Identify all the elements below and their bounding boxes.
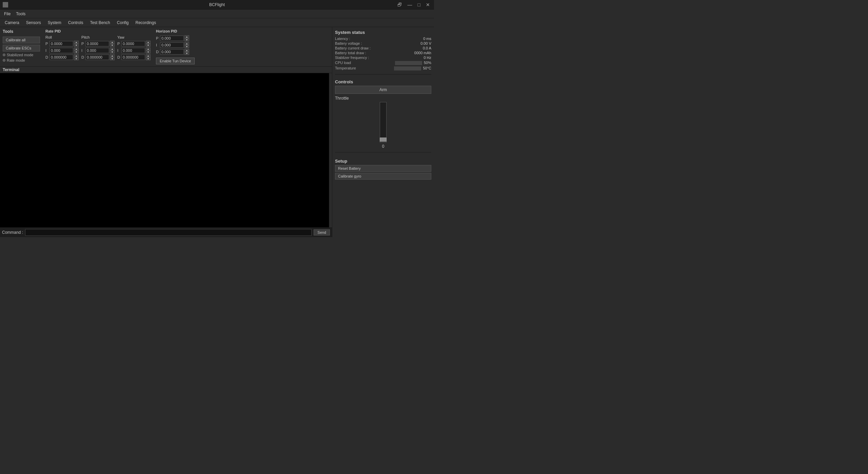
pitch-d-input[interactable] — [85, 55, 109, 60]
command-input[interactable] — [25, 229, 312, 236]
controls-title: Controls — [335, 79, 431, 84]
horizon-i-down[interactable]: ▼ — [184, 45, 189, 48]
horizon-d-up[interactable]: ▲ — [184, 49, 189, 52]
roll-d-up[interactable]: ▲ — [74, 54, 79, 57]
roll-i-down[interactable]: ▼ — [74, 50, 79, 54]
maximize-button[interactable]: □ — [416, 2, 422, 7]
throttle-slider-track[interactable] — [380, 102, 387, 143]
horizon-p-up[interactable]: ▲ — [184, 35, 189, 38]
cpu-load-key: CPU load — [335, 61, 351, 65]
app-title: BCFlight — [209, 2, 225, 7]
tools-section-label: Tools — [3, 29, 40, 34]
horizon-d-down[interactable]: ▼ — [184, 52, 189, 55]
pitch-i-input[interactable] — [85, 48, 109, 53]
yaw-i-input[interactable] — [121, 48, 145, 53]
battery-total-key: Battery total draw : — [335, 51, 366, 55]
menu-tools[interactable]: Tools — [13, 11, 28, 17]
send-button[interactable]: Send — [314, 229, 330, 235]
pitch-p-spinner: ▲ ▼ — [110, 41, 115, 47]
cpu-load-bar-container: 50% — [395, 60, 431, 65]
pitch-i-up[interactable]: ▲ — [110, 47, 115, 50]
tab-config[interactable]: Config — [114, 20, 132, 26]
pitch-d-up[interactable]: ▲ — [110, 54, 115, 57]
reset-battery-button[interactable]: Reset Battery — [335, 165, 431, 172]
terminal-area[interactable] — [0, 73, 329, 227]
setup-title: Setup — [335, 159, 431, 164]
rate-mode-item[interactable]: Rate mode — [3, 58, 40, 62]
divider-2 — [335, 152, 431, 152]
menubar: File Tools — [0, 9, 434, 18]
yaw-p-up[interactable]: ▲ — [146, 41, 151, 44]
horizon-p-input[interactable] — [160, 36, 184, 41]
pid-columns: Roll P ▲ ▼ I — [45, 35, 151, 60]
yaw-i-up[interactable]: ▲ — [146, 47, 151, 50]
tab-camera[interactable]: Camera — [1, 20, 23, 26]
setup-section: Setup Reset Battery Calibrate gyro — [335, 159, 431, 181]
minimize-button[interactable]: — — [406, 2, 414, 7]
temperature-key: Temperature — [335, 66, 356, 70]
yaw-col: Yaw P ▲ ▼ I — [117, 35, 151, 60]
yaw-d-label: D — [117, 55, 121, 59]
roll-d-input[interactable] — [50, 55, 73, 60]
stabilized-mode-item[interactable]: Stabilized mode — [3, 53, 40, 57]
yaw-p-down[interactable]: ▼ — [146, 44, 151, 47]
arm-button[interactable]: Arm — [335, 86, 431, 94]
calibrate-escs-button[interactable]: Calibrate ESCs — [3, 45, 40, 51]
yaw-i-spinner: ▲ ▼ — [146, 47, 151, 54]
roll-d-down[interactable]: ▼ — [74, 57, 79, 60]
tab-testbench[interactable]: Test Bench — [86, 20, 113, 26]
yaw-p-spinner: ▲ ▼ — [146, 41, 151, 47]
cpu-load-row: CPU load 50% — [335, 60, 431, 65]
horizon-d-input[interactable] — [160, 49, 184, 55]
pitch-d-down[interactable]: ▼ — [110, 57, 115, 60]
system-status-title: System status — [335, 30, 431, 35]
roll-i-label: I — [45, 48, 49, 53]
pitch-p-up[interactable]: ▲ — [110, 41, 115, 44]
stabilized-mode-dot — [3, 54, 5, 56]
pitch-i-down[interactable]: ▼ — [110, 50, 115, 54]
command-label: Command : — [2, 230, 23, 235]
yaw-i-down[interactable]: ▼ — [146, 50, 151, 54]
menu-file[interactable]: File — [1, 11, 13, 17]
restore-button[interactable]: 🗗 — [396, 2, 403, 7]
calibrate-gyro-button[interactable]: Calibrate gyro — [335, 173, 431, 180]
roll-p-down[interactable]: ▼ — [74, 44, 79, 47]
battery-total-val: 0000 mAh — [414, 51, 431, 55]
roll-i-row: I ▲ ▼ — [45, 47, 79, 54]
pitch-p-input[interactable] — [85, 41, 109, 46]
pitch-p-down[interactable]: ▼ — [110, 44, 115, 47]
battery-total-row: Battery total draw : 0000 mAh — [335, 50, 431, 55]
yaw-d-down[interactable]: ▼ — [146, 57, 151, 60]
divider-1 — [335, 74, 431, 75]
enable-tun-device-button[interactable]: Enable Tun Device — [156, 58, 195, 64]
calibrate-all-button[interactable]: Calibrate all — [3, 37, 40, 43]
tab-recordings[interactable]: Recordings — [132, 20, 159, 26]
yaw-p-input[interactable] — [121, 41, 145, 46]
yaw-header: Yaw — [117, 35, 151, 39]
horizon-i-up[interactable]: ▲ — [184, 42, 189, 45]
yaw-d-input[interactable] — [121, 55, 145, 60]
horizon-i-input[interactable] — [160, 42, 184, 48]
horizon-i-label: I — [156, 43, 159, 47]
battery-current-val: 0.0 A — [423, 46, 431, 50]
roll-i-input[interactable] — [50, 48, 73, 53]
cpu-load-val: 50% — [424, 61, 431, 65]
tab-system[interactable]: System — [44, 20, 65, 26]
right-panel: System status Latency : 0 ms Battery vol… — [332, 27, 434, 237]
stabilizer-freq-val: 0 Hz — [423, 56, 431, 60]
close-button[interactable]: ✕ — [425, 2, 431, 7]
roll-i-up[interactable]: ▲ — [74, 47, 79, 50]
window-controls: 🗗 — □ ✕ — [396, 2, 431, 7]
pitch-i-row: I ▲ ▼ — [81, 47, 115, 54]
roll-p-input[interactable] — [50, 41, 73, 46]
horizon-p-down[interactable]: ▼ — [184, 38, 189, 41]
roll-p-up[interactable]: ▲ — [74, 41, 79, 44]
tab-sensors[interactable]: Sensors — [23, 20, 44, 26]
terminal-scrollbar[interactable] — [329, 73, 332, 227]
horizon-i-spinner: ▲ ▼ — [184, 42, 189, 48]
throttle-slider-thumb[interactable] — [380, 138, 387, 142]
yaw-d-up[interactable]: ▲ — [146, 54, 151, 57]
tab-controls[interactable]: Controls — [65, 20, 87, 26]
horizon-i-row: I ▲ ▼ — [156, 42, 195, 48]
terminal-label: Terminal — [0, 67, 332, 73]
